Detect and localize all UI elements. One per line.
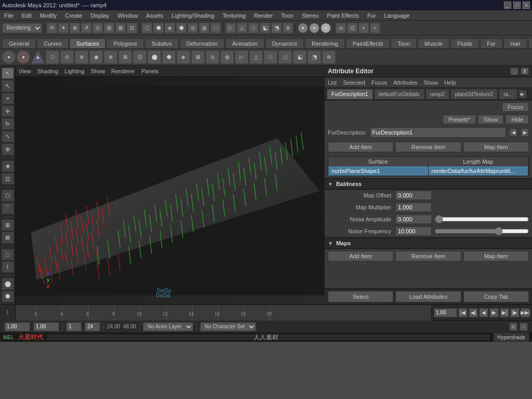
- tab-fluids[interactable]: Fluids: [450, 38, 479, 48]
- remove-item-button[interactable]: Remove Item: [395, 142, 461, 152]
- shelf-icon-10[interactable]: ⊡: [133, 50, 147, 64]
- add-item-button[interactable]: Add Item: [328, 142, 393, 152]
- tab-animation[interactable]: Animation: [225, 38, 264, 48]
- map-multiplier-input[interactable]: [395, 203, 432, 212]
- copy-tab-button[interactable]: Copy Tab: [463, 291, 529, 302]
- viewport-canvas[interactable]: x y z DatSp x y z DatSp: [16, 77, 324, 304]
- tool-icon-1[interactable]: ⟳: [47, 23, 57, 33]
- tab-prev[interactable]: ◀: [528, 38, 532, 48]
- tab-muscle[interactable]: Muscle: [418, 38, 449, 48]
- menu-create[interactable]: Create: [61, 10, 86, 20]
- map-offset-input[interactable]: [395, 191, 432, 200]
- shelf-icon-9[interactable]: ⊞: [118, 50, 132, 64]
- shelf-icon-14[interactable]: ⊠: [191, 50, 205, 64]
- measure-tool[interactable]: ⊠: [2, 232, 14, 243]
- noise-frequency-slider[interactable]: [435, 228, 529, 234]
- menu-stereo[interactable]: Stereo: [298, 10, 323, 20]
- tab-rendering[interactable]: Rendering: [305, 38, 345, 48]
- close-button[interactable]: X: [523, 2, 530, 9]
- render-tool[interactable]: □: [2, 249, 14, 260]
- play-button[interactable]: ▶: [489, 308, 499, 317]
- step-forward-end-button[interactable]: ▶▶|: [521, 308, 530, 317]
- shelf-icon-21[interactable]: ⬕: [293, 50, 307, 64]
- attr-tab-defaultfurglobals[interactable]: defaultFurGlobals: [374, 89, 424, 99]
- fur-desc-arrow-right[interactable]: ▶: [521, 128, 529, 137]
- select-button[interactable]: Select: [328, 291, 393, 302]
- sphere2-icon[interactable]: ●: [309, 23, 320, 33]
- tool-icon-24[interactable]: ⌖: [358, 23, 369, 33]
- frame-input[interactable]: [66, 322, 82, 331]
- menu-lighting-shading[interactable]: Lighting/Shading: [167, 10, 218, 20]
- lasso-tool[interactable]: ⌖: [2, 93, 14, 104]
- tab-deformation[interactable]: Deformation: [180, 38, 224, 48]
- next-frame-button[interactable]: ▶|: [500, 308, 509, 317]
- shelf-icon-19[interactable]: □: [264, 50, 277, 64]
- select-tool[interactable]: ↖: [2, 68, 14, 79]
- tool-icon-2[interactable]: ✦: [58, 23, 69, 33]
- menu-display[interactable]: Display: [86, 10, 113, 20]
- shelf-icon-8[interactable]: ⊗: [104, 50, 117, 64]
- shelf-icon-7[interactable]: ◉: [89, 50, 103, 64]
- maps-add-item-button[interactable]: Add Item: [328, 251, 393, 261]
- tab-subdivs[interactable]: Subdivs: [145, 38, 179, 48]
- shelf-icon-12[interactable]: ⬟: [162, 50, 176, 64]
- map-item-button[interactable]: Map Item: [463, 142, 529, 152]
- attr-tab-ramp2[interactable]: ramp2: [425, 89, 449, 99]
- rotate-tool[interactable]: ↻: [2, 118, 14, 129]
- char-set-selector[interactable]: No Character Set: [200, 322, 256, 331]
- focus-button[interactable]: Focus: [502, 102, 529, 112]
- sphere3-icon[interactable]: ●: [321, 23, 331, 33]
- sculpt-tool[interactable]: ⊡: [2, 173, 14, 184]
- menu-fur[interactable]: Fur: [363, 10, 380, 20]
- tab-fur[interactable]: Fur: [480, 38, 502, 48]
- attr-close-button[interactable]: X: [521, 68, 529, 75]
- step-forward-button[interactable]: |▶: [510, 308, 520, 317]
- tool-icon-25[interactable]: ⌗: [370, 23, 380, 33]
- load-attributes-button[interactable]: Load Attributes: [395, 291, 461, 302]
- noise-amplitude-input[interactable]: [395, 215, 432, 224]
- step-back-button[interactable]: ◀|: [469, 308, 478, 317]
- shelf-icon-22[interactable]: ⬔: [308, 50, 321, 64]
- shelf-icon-1[interactable]: ●: [2, 50, 16, 64]
- curve-tool[interactable]: ⌒: [2, 203, 14, 214]
- shelf-icon-16[interactable]: ◍: [220, 50, 234, 64]
- shelf-icon-20[interactable]: ◻: [278, 50, 292, 64]
- attr-menu-selected[interactable]: Selected: [343, 79, 365, 86]
- tool-icon-17[interactable]: △: [237, 23, 247, 33]
- attr-menu-list[interactable]: List: [328, 79, 337, 86]
- viewport[interactable]: View Shading Lighting Show Renderer Pane…: [16, 65, 324, 304]
- vp-menu-renderer[interactable]: Renderer: [111, 68, 135, 74]
- attr-menu-focus[interactable]: Focus: [371, 79, 387, 86]
- attr-editor-content[interactable]: Focus Presets* Show Hide FurDescription:…: [325, 100, 532, 288]
- universal-tool[interactable]: ⊕: [2, 143, 14, 155]
- tab-general[interactable]: General: [2, 38, 36, 48]
- shelf-icon-5[interactable]: ⊙: [60, 50, 74, 64]
- misc-tool1[interactable]: ⬤: [2, 278, 14, 289]
- shelf-icon-2[interactable]: ●: [17, 50, 30, 64]
- shelf-icon-4[interactable]: ⬡: [46, 50, 59, 64]
- noise-amplitude-slider[interactable]: [435, 216, 529, 222]
- menu-toon[interactable]: Toon: [277, 10, 298, 20]
- menu-assets[interactable]: Assets: [142, 10, 167, 20]
- camera-tool[interactable]: ⌇: [2, 261, 14, 273]
- anim-layer-selector[interactable]: No Anim Layer: [143, 322, 193, 331]
- shelf-icon-11[interactable]: ⬤: [148, 50, 161, 64]
- menu-render[interactable]: Render: [250, 10, 277, 20]
- menu-language[interactable]: Language: [380, 10, 414, 20]
- menu-window[interactable]: Window: [113, 10, 142, 20]
- menu-edit[interactable]: Edit: [18, 10, 36, 20]
- move-tool[interactable]: ↖: [2, 80, 14, 91]
- shelf-icon-23[interactable]: ⊚: [322, 50, 336, 64]
- tool-icon-20[interactable]: ⬔: [271, 23, 282, 33]
- attr-menu-attributes[interactable]: Attributes: [393, 79, 417, 86]
- vp-menu-panels[interactable]: Panels: [141, 68, 159, 74]
- scale-tool[interactable]: ⤡: [2, 131, 14, 142]
- menu-paint-effects[interactable]: Paint Effects: [323, 10, 363, 20]
- attr-minimize-button[interactable]: _: [510, 68, 518, 75]
- tool-icon-22[interactable]: ⌯: [336, 23, 346, 33]
- tool-icon-23[interactable]: ⌬: [347, 23, 357, 33]
- tool-icon-12[interactable]: ⬟: [176, 23, 187, 33]
- tool-icon-18[interactable]: □: [248, 23, 259, 33]
- step-back-start-button[interactable]: |◀: [458, 308, 468, 317]
- tool-icon-13[interactable]: ◎: [188, 23, 198, 33]
